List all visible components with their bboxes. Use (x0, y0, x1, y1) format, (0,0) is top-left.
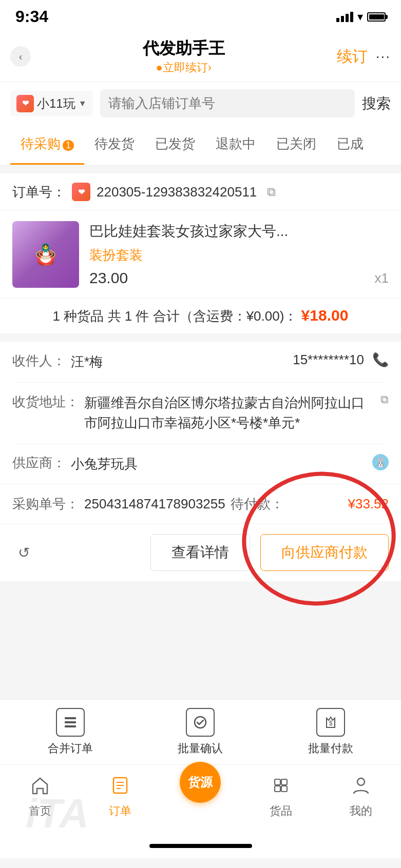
tab-pending-purchase[interactable]: 待采购1 (10, 125, 84, 165)
shop-name: 小11玩 (37, 95, 75, 112)
batch-confirm-icon (186, 708, 215, 737)
product-spec: 装扮套装 (89, 246, 389, 264)
svg-rect-12 (281, 786, 287, 792)
home-icon (30, 775, 50, 800)
home-bar (149, 844, 252, 848)
dropdown-arrow-icon: ▼ (79, 99, 87, 108)
nav-products-label: 货品 (270, 803, 292, 819)
pending-label: 待付款： (231, 495, 284, 513)
summary-text: 1 种货品 共 1 件 合计（含运费：¥0.00)： (53, 308, 298, 324)
orders-icon (110, 775, 130, 800)
order-card: 订单号： ❤ 220305-129383832420511 ⧉ 🪆 巴比娃娃套装… (0, 173, 401, 333)
batch-pay-icon: $ (316, 708, 345, 737)
product-row: 🪆 巴比娃娃套装女孩过家家大号... 装扮套装 23.00 x1 (0, 211, 401, 298)
nav-orders-label: 订单 (109, 803, 131, 819)
batch-pay-label: 批量付款 (308, 741, 353, 756)
phone-icon[interactable]: 📞 (372, 352, 389, 368)
svg-rect-0 (65, 717, 76, 719)
svg-rect-2 (65, 725, 76, 727)
detail-button[interactable]: 查看详情 (150, 534, 250, 571)
batch-confirm-label: 批量确认 (178, 741, 223, 756)
supplier-label: 供应商： (12, 454, 66, 472)
svg-text:$: $ (329, 720, 333, 727)
svg-rect-9 (275, 779, 280, 785)
pay-supplier-button[interactable]: 向供应商付款 (260, 534, 389, 571)
svg-rect-11 (275, 786, 280, 792)
order-number-label: 订单号： (12, 183, 66, 201)
tab-shipped[interactable]: 已发货 (145, 125, 205, 165)
divider (0, 333, 401, 342)
header-actions: 续订 ··· (337, 46, 391, 67)
nav-mine-label: 我的 (350, 803, 372, 819)
back-button[interactable]: ‹ (10, 46, 31, 67)
renew-button[interactable]: 续订 (337, 46, 368, 67)
svg-rect-1 (65, 721, 76, 723)
product-image-inner: 🪆 (12, 221, 79, 288)
product-image: 🪆 (12, 221, 79, 288)
order-shop-badge: ❤ (72, 183, 90, 201)
product-quantity: x1 (375, 270, 389, 286)
info-section: 收件人： 汪*梅 15********10 📞 收货地址： 新疆维吾尔自治区博尔… (0, 342, 401, 484)
search-input[interactable] (108, 95, 347, 111)
supplier-name: 小兔芽玩具 (71, 454, 363, 474)
search-button[interactable]: 搜索 (362, 94, 391, 113)
svg-point-3 (195, 717, 206, 728)
status-icons: ▾ (336, 10, 386, 24)
refresh-button[interactable]: ↺ (12, 541, 35, 564)
product-price-row: 23.00 x1 (89, 269, 389, 287)
bottom-tools: 合并订单 批量确认 $ 批量付款 (0, 708, 401, 765)
page-title: 代发助手王 (143, 37, 225, 60)
nav-products[interactable]: 货品 (255, 775, 307, 819)
shop-selector[interactable]: ❤ 小11玩 ▼ (10, 91, 93, 116)
header: ‹ 代发助手王 ●立即续订› 续订 ··· (0, 31, 401, 82)
order-number: 220305-129383832420511 (97, 184, 257, 200)
nav-goods-source[interactable]: 货源 货源 (175, 772, 226, 821)
nav-home-label: 首页 (29, 803, 51, 819)
goods-source-icon: 货源 (180, 762, 221, 803)
status-bar: 9:34 ▾ (0, 0, 401, 31)
copy-address-icon[interactable]: ⧉ (380, 393, 389, 406)
tool-merge-orders[interactable]: 合并订单 (48, 708, 93, 756)
merge-orders-icon (56, 708, 85, 737)
recipient-name: 汪*梅 (71, 352, 288, 372)
shop-icon: ❤ (16, 95, 34, 112)
bottom-bar: 合并订单 批量确认 $ 批量付款 (0, 699, 401, 858)
gray-spacer (0, 581, 401, 684)
header-subtitle[interactable]: ●立即续订› (156, 60, 212, 75)
tool-batch-confirm[interactable]: 批量确认 (178, 708, 223, 756)
merge-orders-label: 合并订单 (48, 741, 93, 756)
supplier-row: 供应商： 小兔芽玩具 🐰 (12, 444, 389, 484)
svg-rect-10 (281, 779, 287, 785)
order-summary: 1 种货品 共 1 件 合计（含运费：¥0.00)： ¥18.00 (0, 298, 401, 333)
nav-home[interactable]: 首页 (14, 775, 66, 819)
search-input-wrap (100, 89, 355, 117)
tab-done[interactable]: 已成 (327, 125, 374, 165)
nav-bar: 首页 订单 货源 货源 (0, 765, 401, 837)
svg-point-13 (357, 778, 365, 785)
address-value: 新疆维吾尔自治区博尔塔拉蒙古自治州阿拉山口市阿拉山口市幸福苑小区*号楼*单元* (84, 393, 371, 433)
tab-refund[interactable]: 退款中 (205, 125, 266, 165)
recipient-label: 收件人： (12, 352, 66, 370)
signal-icon (336, 12, 353, 22)
products-icon (271, 775, 291, 800)
total-amount: ¥18.00 (301, 307, 349, 324)
search-bar: ❤ 小11玩 ▼ 搜索 (0, 82, 401, 125)
action-row: ↺ 查看详情 向供应商付款 (0, 523, 401, 581)
tool-batch-pay[interactable]: $ 批量付款 (308, 708, 353, 756)
status-time: 9:34 (15, 7, 48, 26)
product-name: 巴比娃娃套装女孩过家家大号... (89, 221, 389, 241)
nav-mine[interactable]: 我的 (335, 775, 387, 819)
phone-section: 15********10 📞 (293, 352, 389, 368)
tab-closed[interactable]: 已关闭 (266, 125, 327, 165)
wifi-icon: ▾ (357, 10, 363, 24)
recipient-row: 收件人： 汪*梅 15********10 📞 (12, 342, 389, 383)
tab-pending-ship[interactable]: 待发货 (84, 125, 145, 165)
purchase-order-number: 2504314874178903255 (84, 496, 225, 512)
more-button[interactable]: ··· (376, 48, 391, 65)
pending-amount: ¥33.52 (348, 496, 389, 512)
action-row-wrapper: ↺ 查看详情 向供应商付款 (0, 523, 401, 581)
copy-icon[interactable]: ⧉ (267, 185, 276, 199)
nav-orders[interactable]: 订单 (94, 775, 146, 819)
supplier-badge: 🐰 (372, 454, 389, 470)
purchase-order-row: 采购单号： 2504314874178903255 待付款： ¥33.52 (0, 484, 401, 523)
